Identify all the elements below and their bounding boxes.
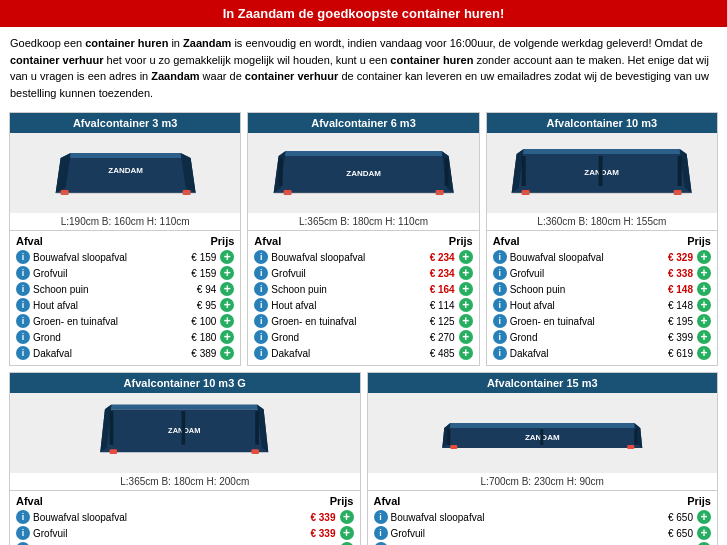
container-10m3g-image: ZANDAM xyxy=(10,393,360,473)
info-icon[interactable]: i xyxy=(254,314,268,328)
svg-rect-47 xyxy=(540,429,543,445)
price-row: iSchoon puin € 164+ xyxy=(252,281,474,297)
info-icon[interactable]: i xyxy=(16,298,30,312)
info-icon[interactable]: i xyxy=(493,266,507,280)
add-button[interactable]: + xyxy=(220,346,234,360)
add-button[interactable]: + xyxy=(697,250,711,264)
info-icon[interactable]: i xyxy=(254,346,268,360)
add-button[interactable]: + xyxy=(459,250,473,264)
info-icon[interactable]: i xyxy=(16,250,30,264)
info-icon[interactable]: i xyxy=(16,346,30,360)
info-icon[interactable]: i xyxy=(16,314,30,328)
container-6m3: Afvalcontainer 6 m3 ZANDAM L:365cm B: 18… xyxy=(247,112,479,366)
price-row: i € 390+ xyxy=(372,541,714,545)
container-10m3-prices: Afval Prijs iBouwafval sloopafval € 329+… xyxy=(487,230,717,365)
svg-rect-46 xyxy=(634,429,637,445)
info-icon[interactable]: i xyxy=(493,250,507,264)
add-button[interactable]: + xyxy=(220,298,234,312)
add-button[interactable]: + xyxy=(459,314,473,328)
info-icon[interactable]: i xyxy=(254,330,268,344)
add-button[interactable]: + xyxy=(697,298,711,312)
svg-marker-41 xyxy=(444,423,640,428)
info-icon[interactable]: i xyxy=(254,282,268,296)
info-icon[interactable]: i xyxy=(254,266,268,280)
info-icon[interactable]: i xyxy=(493,346,507,360)
price-row: iSchoon puin € 94+ xyxy=(14,281,236,297)
info-icon[interactable]: i xyxy=(493,282,507,296)
price-row: iBouwafval sloopafval € 339+ xyxy=(14,509,356,525)
price-row: iHout afval € 95+ xyxy=(14,297,236,313)
svg-rect-26 xyxy=(599,156,603,186)
svg-rect-17 xyxy=(444,158,448,186)
add-button[interactable]: + xyxy=(697,346,711,360)
add-button[interactable]: + xyxy=(220,266,234,280)
banner: In Zaandam de goedkoopste container hure… xyxy=(0,0,727,27)
svg-rect-24 xyxy=(522,156,526,186)
info-icon[interactable]: i xyxy=(16,266,30,280)
price-row: iDakafval € 619+ xyxy=(491,345,713,361)
container-10m3-dims: L:360cm B: 180cm H: 155cm xyxy=(487,213,717,230)
container-6m3-dims: L:365cm B: 180cm H: 110cm xyxy=(248,213,478,230)
info-icon[interactable]: i xyxy=(254,298,268,312)
price-row: iGrofvuil € 234+ xyxy=(252,265,474,281)
price-row: iCond € 148+ xyxy=(14,541,356,545)
container-15m3-title: Afvalcontainer 15 m3 xyxy=(368,373,718,393)
info-icon[interactable]: i xyxy=(16,330,30,344)
add-button[interactable]: + xyxy=(697,526,711,540)
add-button[interactable]: + xyxy=(697,330,711,344)
add-button[interactable]: + xyxy=(340,510,354,524)
add-button[interactable]: + xyxy=(459,266,473,280)
price-row: iGrofvuil € 339+ xyxy=(14,525,356,541)
info-icon[interactable]: i xyxy=(16,510,30,524)
price-row: iGrond € 180+ xyxy=(14,329,236,345)
add-button[interactable]: + xyxy=(220,250,234,264)
add-button[interactable]: + xyxy=(697,282,711,296)
add-button[interactable]: + xyxy=(220,282,234,296)
add-button[interactable]: + xyxy=(459,298,473,312)
info-icon[interactable]: i xyxy=(16,282,30,296)
info-icon[interactable]: i xyxy=(16,526,30,540)
svg-rect-7 xyxy=(182,190,190,195)
add-button[interactable]: + xyxy=(340,526,354,540)
svg-rect-15 xyxy=(435,190,443,195)
svg-rect-28 xyxy=(674,190,682,195)
add-button[interactable]: + xyxy=(697,314,711,328)
svg-rect-38 xyxy=(110,449,117,454)
intro-text: Goedkoop een container huren in Zaandam … xyxy=(0,27,727,109)
info-icon[interactable]: i xyxy=(374,510,388,524)
price-row: iDakafval € 485+ xyxy=(252,345,474,361)
add-button[interactable]: + xyxy=(697,510,711,524)
info-icon[interactable]: i xyxy=(493,330,507,344)
container-10m3g-prices: Afval Prijs iBouwafval sloopafval € 339+… xyxy=(10,490,360,545)
add-button[interactable]: + xyxy=(220,314,234,328)
svg-text:ZANDAM: ZANDAM xyxy=(346,169,381,178)
svg-rect-35 xyxy=(110,411,114,445)
info-icon[interactable]: i xyxy=(254,250,268,264)
add-button[interactable]: + xyxy=(459,346,473,360)
add-button[interactable]: + xyxy=(459,282,473,296)
price-row: iGrofvuil € 650+ xyxy=(372,525,714,541)
container-10m3g: Afvalcontainer 10 m3 G ZANDAM L:365cm B:… xyxy=(9,372,361,545)
container-15m3: Afvalcontainer 15 m3 ZANDAM L:700cm B: 2… xyxy=(367,372,719,545)
add-button[interactable]: + xyxy=(220,330,234,344)
svg-marker-20 xyxy=(517,149,687,154)
svg-rect-49 xyxy=(627,445,634,449)
price-row: iGrond € 270+ xyxy=(252,329,474,345)
container-3m3-title: Afvalcontainer 3 m3 xyxy=(10,113,240,133)
info-icon[interactable]: i xyxy=(493,314,507,328)
container-10m3: Afvalcontainer 10 m3 ZANDAM L:360cm B: 1… xyxy=(486,112,718,366)
container-10m3-image: ZANDAM xyxy=(487,133,717,213)
price-row: iSchoon puin € 148+ xyxy=(491,281,713,297)
svg-rect-48 xyxy=(450,445,457,449)
info-icon[interactable]: i xyxy=(493,298,507,312)
info-icon[interactable]: i xyxy=(374,526,388,540)
add-button[interactable]: + xyxy=(459,330,473,344)
svg-rect-39 xyxy=(252,449,259,454)
price-row: iGrond € 399+ xyxy=(491,329,713,345)
container-3m3: Afvalcontainer 3 m3 ZANDAM L:190cm B: 16… xyxy=(9,112,241,366)
container-6m3-image: ZANDAM xyxy=(248,133,478,213)
svg-rect-45 xyxy=(447,429,450,445)
svg-rect-25 xyxy=(678,156,682,186)
price-row: iGrofvuil € 338+ xyxy=(491,265,713,281)
add-button[interactable]: + xyxy=(697,266,711,280)
